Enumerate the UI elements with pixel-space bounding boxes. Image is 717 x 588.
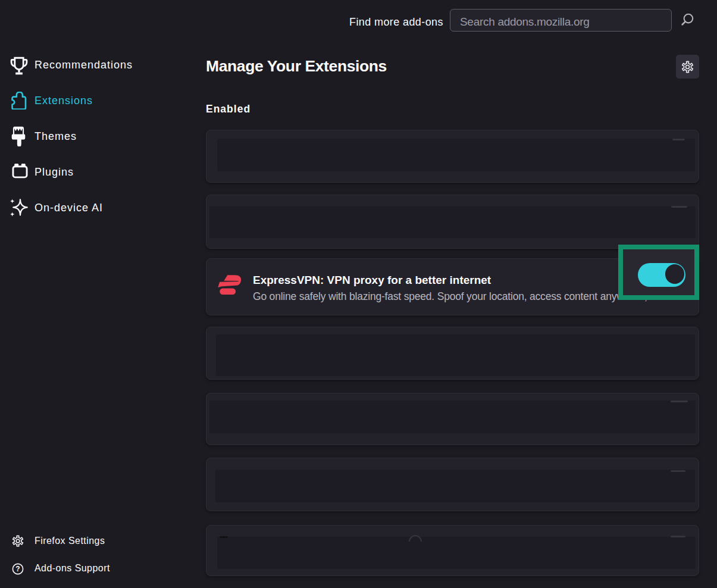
- svg-text:?: ?: [15, 565, 20, 573]
